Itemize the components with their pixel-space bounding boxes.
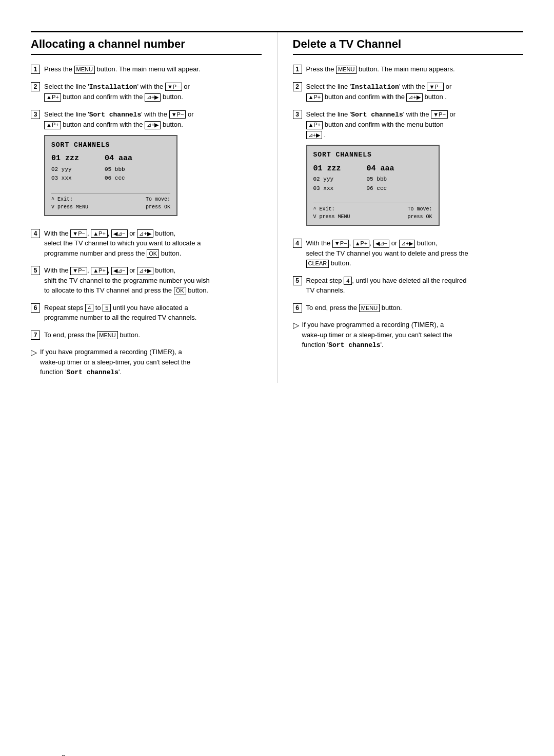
- vp-4: ▼P−: [70, 229, 87, 238]
- r-step-num-4: 4: [293, 239, 302, 248]
- r-step-3-content: Select the line 'Sort channels' with the…: [306, 109, 524, 231]
- r-ap-2: ▲P+: [306, 93, 323, 102]
- r-footer-exit: ^ Exit:V press MENU: [313, 205, 350, 221]
- r-ch-row-big-2: 04 aaa: [367, 163, 394, 175]
- channel-col-2-left: 04 aaa 05 bbb 06 ccc: [105, 153, 132, 183]
- r-menu-key-1: MENU: [336, 66, 357, 74]
- plus-key-2: ⊿+▶: [145, 93, 161, 102]
- r-step-num-5: 5: [293, 276, 302, 285]
- right-step-6: 6 To end, press the MENU button.: [293, 303, 524, 313]
- step-num-2: 2: [31, 82, 40, 91]
- left-step-6: 6 Repeat steps 4 to 5 until you have all…: [31, 303, 262, 323]
- r-menu-6: MENU: [359, 304, 380, 312]
- r-channel-col-2: 04 aaa 05 bbb 06 ccc: [367, 163, 394, 193]
- step-num-3: 3: [31, 110, 40, 119]
- left-section-title: Allocating a channel number: [31, 32, 262, 55]
- step-6-content: Repeat steps 4 to 5 until you have alloc…: [44, 303, 262, 323]
- page-wrapper: Allocating a channel number 1 Press the …: [31, 31, 523, 756]
- ch-row-small-3: 05 bbb: [105, 165, 132, 174]
- note-content-left: If you have programmed a recording (TIME…: [40, 347, 190, 378]
- r-footer-move: To move:press OK: [407, 205, 432, 221]
- note-arrow-right: ▷: [293, 320, 299, 330]
- step-2-content: Select the line 'Installation' with the …: [44, 82, 262, 102]
- note-arrow-left: ▷: [31, 347, 37, 357]
- r-ref-4: 4: [344, 277, 352, 285]
- ch-row-small-1: 02 yyy: [51, 165, 79, 174]
- r-ch-row-big-1: 01 zzz: [313, 163, 341, 175]
- lm-5: ◀⊿−: [111, 267, 127, 275]
- ref-5: 5: [103, 304, 111, 312]
- sort-channels-box-left: SORT CHANNELS 01 zzz 02 yyy 03 xxx 04 aa…: [44, 135, 177, 216]
- r-ch-row-small-2: 03 xxx: [313, 184, 341, 193]
- sort-channels-content-right: 01 zzz 02 yyy 03 xxx 04 aaa 05 bbb 06 cc…: [313, 163, 432, 193]
- r-step-1-content: Press the MENU button. The main menu app…: [306, 64, 524, 74]
- r-channel-col-1: 01 zzz 02 yyy 03 xxx: [313, 163, 341, 193]
- sort-channels-content-left: 01 zzz 02 yyy 03 xxx 04 aaa 05 bbb 06 cc…: [51, 153, 170, 183]
- r-step-num-1: 1: [293, 65, 302, 74]
- step-3-content: Select the line 'Sort channels' with the…: [44, 109, 262, 221]
- left-column: Allocating a channel number 1 Press the …: [31, 32, 278, 383]
- right-section-title: Delete a TV Channel: [293, 32, 524, 55]
- left-step-1: 1 Press the MENU button. The main menu w…: [31, 64, 262, 74]
- ref-4: 4: [85, 304, 93, 312]
- r-vp-3: ▼P−: [431, 110, 448, 119]
- r-plus-2: ⊿+▶: [406, 93, 422, 102]
- step-7-content: To end, press the MENU button.: [44, 330, 262, 340]
- left-step-7: 7 To end, press the MENU button.: [31, 330, 262, 340]
- r-vp-2: ▼P−: [427, 83, 444, 91]
- r-plus-3: ⊿+▶: [306, 131, 322, 139]
- ch-row-small-2: 03 xxx: [51, 174, 79, 183]
- ap-plus-key-3: ▲P+: [44, 121, 61, 129]
- lm-4: ◀⊿−: [111, 229, 127, 238]
- sort-channels-footer-right: ^ Exit:V press MENU To move:press OK: [313, 203, 432, 221]
- r-ch-row-small-3: 05 bbb: [367, 175, 394, 184]
- clear-4: CLEAR: [306, 260, 329, 268]
- vp-minus-key-3: ▼P−: [169, 110, 186, 119]
- channel-col-1-left: 01 zzz 02 yyy 03 xxx: [51, 153, 79, 183]
- right-step-2: 2 Select the line 'Installation' with th…: [293, 82, 524, 102]
- ap-4: ▲P+: [91, 229, 108, 238]
- footer-move-left: To move:press OK: [146, 196, 170, 211]
- step-num-1: 1: [31, 65, 40, 74]
- page-number: 8: [62, 753, 65, 756]
- pm-5: ⊿+▶: [137, 267, 153, 275]
- menu-7: MENU: [97, 331, 117, 339]
- ch-row-small-4: 06 ccc: [105, 174, 132, 183]
- r-ap-3: ▲P+: [306, 121, 323, 129]
- step-num-4: 4: [31, 229, 40, 238]
- footer-exit-left: ^ Exit:V press MENU: [51, 196, 88, 211]
- menu-key-1: MENU: [74, 66, 95, 74]
- plus-key-3: ⊿+▶: [145, 121, 161, 129]
- left-step-4: 4 With the ▼P−, ▲P+, ◀⊿− or ⊿+▶ button, …: [31, 228, 262, 259]
- r-step-5-content: Repeat step 4, until you have deleted al…: [306, 276, 524, 296]
- r-step-6-content: To end, press the MENU button.: [306, 303, 524, 313]
- vp-5: ▼P−: [70, 267, 87, 275]
- ok-5: OK: [174, 287, 186, 295]
- main-columns: Allocating a channel number 1 Press the …: [31, 32, 523, 383]
- step-5-content: With the ▼P−, ▲P+, ◀⊿− or ⊿+▶ button, sh…: [44, 265, 262, 296]
- right-note: ▷ If you have programmed a recording (TI…: [293, 320, 524, 351]
- r-step-2-content: Select the line 'Installation' with the …: [306, 82, 524, 102]
- sort-channels-title-right: SORT CHANNELS: [313, 150, 432, 160]
- vp-minus-key-2: ▼P−: [165, 83, 182, 91]
- sort-channels-footer-left: ^ Exit:V press MENU To move:press OK: [51, 193, 170, 211]
- right-column: Delete a TV Channel 1 Press the MENU but…: [278, 32, 524, 383]
- sort-channels-box-right: SORT CHANNELS 01 zzz 02 yyy 03 xxx 04 aa…: [306, 145, 440, 226]
- pm-4: ⊿+▶: [137, 229, 153, 238]
- ok-4: OK: [147, 249, 159, 258]
- left-note: ▷ If you have programmed a recording (TI…: [31, 347, 262, 378]
- r-lm-4: ◀⊿−: [373, 240, 389, 248]
- step-num-7: 7: [31, 331, 40, 340]
- right-step-4: 4 With the ▼P−, ▲P+, ◀⊿− or ⊿+▶ button, …: [293, 238, 524, 268]
- step-num-5: 5: [31, 266, 40, 275]
- r-ch-row-small-1: 02 yyy: [313, 175, 341, 184]
- ap-plus-key-2: ▲P+: [44, 93, 61, 102]
- r-step-num-2: 2: [293, 82, 302, 91]
- step-1-content: Press the MENU button. The main menu wil…: [44, 64, 262, 74]
- ch-row-big-2: 04 aaa: [105, 153, 132, 165]
- r-step-4-content: With the ▼P−, ▲P+, ◀⊿− or ⊿+▶ button, se…: [306, 238, 524, 268]
- right-step-5: 5 Repeat step 4, until you have deleted …: [293, 276, 524, 296]
- step-num-6: 6: [31, 303, 40, 313]
- r-ap-4: ▲P+: [353, 240, 370, 248]
- ap-5: ▲P+: [91, 267, 108, 275]
